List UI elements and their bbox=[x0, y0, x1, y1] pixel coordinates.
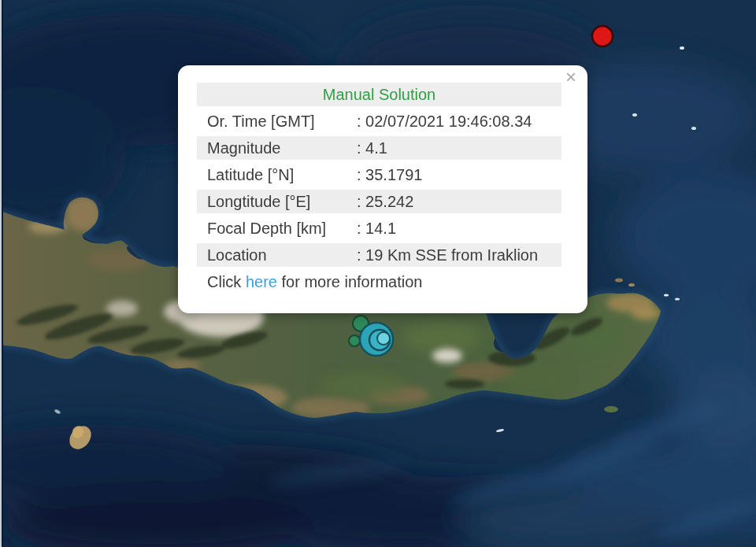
footer-suffix: for more information bbox=[277, 273, 423, 290]
event-marker-red[interactable] bbox=[592, 26, 613, 46]
row-label: Focal Depth [km] bbox=[207, 216, 326, 240]
popup-title: Manual Solution bbox=[197, 83, 561, 106]
table-row-magnitude: Magnitude : 4.1 bbox=[197, 136, 561, 160]
solution-table: Manual Solution Or. Time [GMT] : 02/07/2… bbox=[197, 83, 561, 297]
earthquake-info-popup: × Manual Solution Or. Time [GMT] : 02/07… bbox=[178, 65, 587, 313]
table-row-latitude: Latitude [°N] : 35.1791 bbox=[197, 163, 561, 187]
close-icon[interactable]: × bbox=[562, 68, 580, 86]
epicenter-marker-green-small[interactable] bbox=[349, 335, 360, 346]
table-row-location: Location : 19 Km SSE from Iraklion bbox=[197, 243, 561, 267]
more-info-line: Click here for more information bbox=[197, 270, 561, 294]
footer-prefix: Click bbox=[207, 273, 246, 290]
row-label: Magnitude bbox=[207, 136, 280, 160]
table-row-focal-depth: Focal Depth [km] : 14.1 bbox=[197, 216, 561, 240]
row-label: Or. Time [GMT] bbox=[207, 109, 315, 133]
row-value: : 4.1 bbox=[357, 136, 387, 160]
table-row-or-time: Or. Time [GMT] : 02/07/2021 19:46:08.34 bbox=[197, 109, 561, 133]
more-info-link[interactable]: here bbox=[246, 273, 277, 290]
map-viewport: × Manual Solution Or. Time [GMT] : 02/07… bbox=[0, 0, 756, 547]
epicenter-marker-inner[interactable] bbox=[377, 332, 390, 345]
table-row-longitude: Longtitude [°E] : 25.242 bbox=[197, 190, 561, 213]
map-edge bbox=[0, 0, 3, 547]
row-label: Location bbox=[207, 243, 267, 267]
row-label: Latitude [°N] bbox=[207, 163, 294, 187]
row-value: : 35.1791 bbox=[357, 163, 422, 187]
row-value: : 19 Km SSE from Iraklion bbox=[357, 243, 538, 267]
row-label: Longtitude [°E] bbox=[207, 190, 310, 213]
row-value: : 25.242 bbox=[357, 190, 413, 213]
row-value: : 14.1 bbox=[357, 216, 396, 240]
row-value: : 02/07/2021 19:46:08.34 bbox=[357, 109, 532, 133]
